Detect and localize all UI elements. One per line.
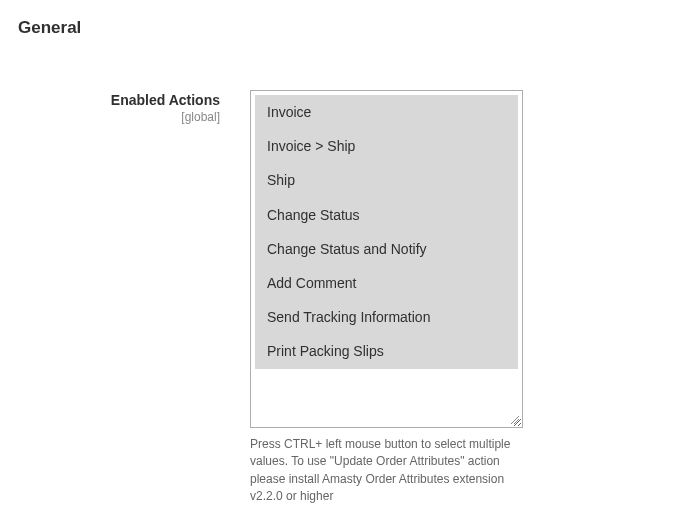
multiselect-option[interactable]: Send Tracking Information (255, 300, 518, 334)
field-row-enabled-actions: Enabled Actions [global] InvoiceInvoice … (0, 90, 685, 506)
field-help-text: Press CTRL+ left mouse button to select … (250, 436, 523, 506)
field-label-column: Enabled Actions [global] (0, 90, 250, 124)
field-input-column: InvoiceInvoice > ShipShipChange StatusCh… (250, 90, 523, 506)
multiselect-option[interactable]: Add Comment (255, 266, 518, 300)
field-label: Enabled Actions (0, 92, 220, 108)
resize-handle-icon[interactable] (509, 414, 521, 426)
field-scope: [global] (0, 110, 220, 124)
section-title: General (0, 0, 685, 38)
enabled-actions-multiselect[interactable]: InvoiceInvoice > ShipShipChange StatusCh… (250, 90, 523, 428)
multiselect-option[interactable]: Print Packing Slips (255, 334, 518, 368)
multiselect-option[interactable]: Change Status and Notify (255, 232, 518, 266)
multiselect-option[interactable]: Change Status (255, 198, 518, 232)
multiselect-option[interactable]: Ship (255, 163, 518, 197)
multiselect-option[interactable]: Invoice > Ship (255, 129, 518, 163)
multiselect-option[interactable]: Invoice (255, 95, 518, 129)
